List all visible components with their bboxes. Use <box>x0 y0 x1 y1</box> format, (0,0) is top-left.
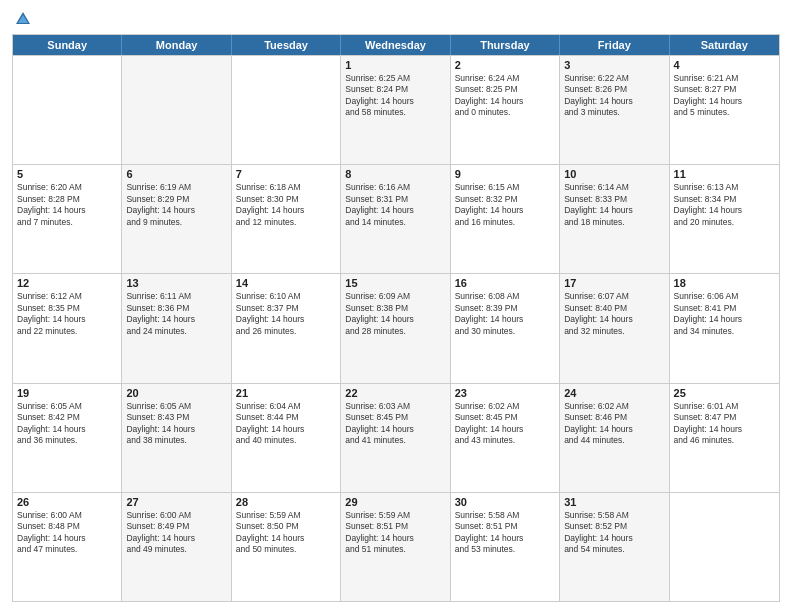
page: SundayMondayTuesdayWednesdayThursdayFrid… <box>0 0 792 612</box>
day-number: 8 <box>345 168 445 180</box>
calendar-cell <box>232 56 341 164</box>
cell-text: and 20 minutes. <box>674 217 775 228</box>
day-number: 2 <box>455 59 555 71</box>
logo-icon <box>14 10 32 28</box>
cell-text: Sunset: 8:37 PM <box>236 303 336 314</box>
cell-text: and 36 minutes. <box>17 435 117 446</box>
day-number: 14 <box>236 277 336 289</box>
cell-text: Daylight: 14 hours <box>564 96 664 107</box>
calendar-cell: 30Sunrise: 5:58 AMSunset: 8:51 PMDayligh… <box>451 493 560 601</box>
day-number: 16 <box>455 277 555 289</box>
cell-text: Daylight: 14 hours <box>345 314 445 325</box>
cell-text: Sunset: 8:43 PM <box>126 412 226 423</box>
cell-text: Sunrise: 6:18 AM <box>236 182 336 193</box>
calendar-week: 5Sunrise: 6:20 AMSunset: 8:28 PMDaylight… <box>13 164 779 273</box>
calendar-week: 26Sunrise: 6:00 AMSunset: 8:48 PMDayligh… <box>13 492 779 601</box>
cell-text: Sunset: 8:49 PM <box>126 521 226 532</box>
cell-text: Sunset: 8:45 PM <box>455 412 555 423</box>
cell-text: Daylight: 14 hours <box>17 314 117 325</box>
cell-text: Sunrise: 5:59 AM <box>345 510 445 521</box>
calendar: SundayMondayTuesdayWednesdayThursdayFrid… <box>12 34 780 602</box>
cal-header-day: Sunday <box>13 35 122 55</box>
cell-text: Sunset: 8:24 PM <box>345 84 445 95</box>
cell-text: and 40 minutes. <box>236 435 336 446</box>
day-number: 24 <box>564 387 664 399</box>
cell-text: Sunset: 8:42 PM <box>17 412 117 423</box>
day-number: 26 <box>17 496 117 508</box>
calendar-cell: 6Sunrise: 6:19 AMSunset: 8:29 PMDaylight… <box>122 165 231 273</box>
day-number: 6 <box>126 168 226 180</box>
cell-text: and 44 minutes. <box>564 435 664 446</box>
cell-text: Sunrise: 6:00 AM <box>126 510 226 521</box>
cell-text: Sunrise: 6:19 AM <box>126 182 226 193</box>
cell-text: and 0 minutes. <box>455 107 555 118</box>
cell-text: Daylight: 14 hours <box>674 205 775 216</box>
cell-text: Daylight: 14 hours <box>345 96 445 107</box>
calendar-cell: 31Sunrise: 5:58 AMSunset: 8:52 PMDayligh… <box>560 493 669 601</box>
cell-text: Sunset: 8:50 PM <box>236 521 336 532</box>
cell-text: Sunset: 8:45 PM <box>345 412 445 423</box>
cal-header-day: Wednesday <box>341 35 450 55</box>
cell-text: Sunset: 8:30 PM <box>236 194 336 205</box>
day-number: 10 <box>564 168 664 180</box>
cell-text: and 47 minutes. <box>17 544 117 555</box>
cell-text: Sunset: 8:47 PM <box>674 412 775 423</box>
calendar-cell: 27Sunrise: 6:00 AMSunset: 8:49 PMDayligh… <box>122 493 231 601</box>
cell-text: Sunrise: 6:16 AM <box>345 182 445 193</box>
cell-text: Sunrise: 6:24 AM <box>455 73 555 84</box>
calendar-cell: 16Sunrise: 6:08 AMSunset: 8:39 PMDayligh… <box>451 274 560 382</box>
cell-text: Sunrise: 6:07 AM <box>564 291 664 302</box>
calendar-cell: 13Sunrise: 6:11 AMSunset: 8:36 PMDayligh… <box>122 274 231 382</box>
calendar-header: SundayMondayTuesdayWednesdayThursdayFrid… <box>13 35 779 55</box>
cell-text: Daylight: 14 hours <box>17 205 117 216</box>
cell-text: Sunrise: 6:01 AM <box>674 401 775 412</box>
cell-text: Daylight: 14 hours <box>564 314 664 325</box>
cell-text: Sunrise: 6:11 AM <box>126 291 226 302</box>
day-number: 3 <box>564 59 664 71</box>
cell-text: and 12 minutes. <box>236 217 336 228</box>
day-number: 21 <box>236 387 336 399</box>
cell-text: Sunrise: 6:15 AM <box>455 182 555 193</box>
cell-text: Daylight: 14 hours <box>236 533 336 544</box>
cell-text: Daylight: 14 hours <box>126 424 226 435</box>
day-number: 18 <box>674 277 775 289</box>
cell-text: Sunrise: 6:06 AM <box>674 291 775 302</box>
day-number: 13 <box>126 277 226 289</box>
calendar-week: 19Sunrise: 6:05 AMSunset: 8:42 PMDayligh… <box>13 383 779 492</box>
cell-text: Daylight: 14 hours <box>564 533 664 544</box>
cell-text: Sunset: 8:28 PM <box>17 194 117 205</box>
day-number: 23 <box>455 387 555 399</box>
cell-text: and 14 minutes. <box>345 217 445 228</box>
calendar-cell: 8Sunrise: 6:16 AMSunset: 8:31 PMDaylight… <box>341 165 450 273</box>
day-number: 7 <box>236 168 336 180</box>
cell-text: and 30 minutes. <box>455 326 555 337</box>
day-number: 25 <box>674 387 775 399</box>
cell-text: Sunset: 8:25 PM <box>455 84 555 95</box>
cell-text: Sunrise: 5:59 AM <box>236 510 336 521</box>
day-number: 5 <box>17 168 117 180</box>
cell-text: and 18 minutes. <box>564 217 664 228</box>
cell-text: and 58 minutes. <box>345 107 445 118</box>
cell-text: Daylight: 14 hours <box>236 205 336 216</box>
calendar-cell: 22Sunrise: 6:03 AMSunset: 8:45 PMDayligh… <box>341 384 450 492</box>
calendar-cell <box>13 56 122 164</box>
cell-text: Sunset: 8:41 PM <box>674 303 775 314</box>
calendar-cell: 15Sunrise: 6:09 AMSunset: 8:38 PMDayligh… <box>341 274 450 382</box>
cell-text: Sunset: 8:27 PM <box>674 84 775 95</box>
calendar-cell: 1Sunrise: 6:25 AMSunset: 8:24 PMDaylight… <box>341 56 450 164</box>
cell-text: Sunrise: 6:10 AM <box>236 291 336 302</box>
cell-text: Daylight: 14 hours <box>345 205 445 216</box>
day-number: 15 <box>345 277 445 289</box>
cell-text: Sunrise: 6:14 AM <box>564 182 664 193</box>
cell-text: and 26 minutes. <box>236 326 336 337</box>
calendar-cell: 10Sunrise: 6:14 AMSunset: 8:33 PMDayligh… <box>560 165 669 273</box>
cell-text: Daylight: 14 hours <box>455 533 555 544</box>
cell-text: and 41 minutes. <box>345 435 445 446</box>
day-number: 4 <box>674 59 775 71</box>
cal-header-day: Friday <box>560 35 669 55</box>
cell-text: and 50 minutes. <box>236 544 336 555</box>
calendar-week: 12Sunrise: 6:12 AMSunset: 8:35 PMDayligh… <box>13 273 779 382</box>
day-number: 28 <box>236 496 336 508</box>
calendar-cell: 2Sunrise: 6:24 AMSunset: 8:25 PMDaylight… <box>451 56 560 164</box>
calendar-cell: 28Sunrise: 5:59 AMSunset: 8:50 PMDayligh… <box>232 493 341 601</box>
